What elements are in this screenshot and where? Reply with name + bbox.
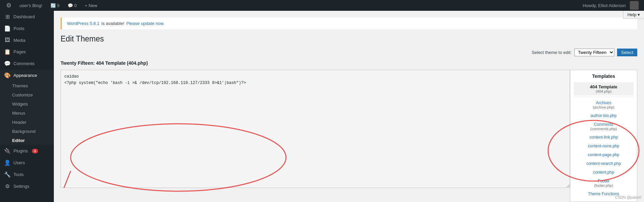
main-content: WordPress 5.8.1 is available! Please upd… [54,11,644,202]
pages-label: Pages [13,49,26,54]
template-divider-1 [574,97,634,97]
wp-wrap: ⊞ Dashboard 📄 Posts 🖼 Media 📋 Pages 💬 Co… [0,0,644,202]
appearance-label: Appearance [13,73,37,78]
file-heading: Twenty Fifteen: 404 Template (404.php) [61,60,637,66]
submenu-item-themes[interactable]: Themes [0,81,54,90]
sidebar-item-appearance[interactable]: 🎨 Appearance [0,69,54,81]
media-label: Media [13,38,25,43]
templates-heading: Templates [574,74,634,79]
sidebar-item-users[interactable]: 👤 Users [0,157,54,169]
posts-label: Posts [13,26,25,31]
template-item-archives[interactable]: Archives (archive.php) [574,98,634,111]
dashboard-label: Dashboard [13,14,35,19]
tools-label: Tools [13,172,24,177]
sidebar-item-pages[interactable]: 📋 Pages [0,46,54,58]
new-content-label: + New [85,3,97,8]
template-item-comments[interactable]: Comments (comments.php) [574,120,634,133]
theme-select-dropdown[interactable]: Twenty Fifteen [574,49,614,56]
admin-bar: ⚙ user's Blog! 🔄 9 💬 0 + New Howdy, Elli… [0,0,644,11]
template-footer-file: (footer.php) [575,183,632,187]
updates-item[interactable]: 🔄 9 [47,0,63,11]
templates-sidebar: Templates 404 Template (404.php) Archive… [570,70,637,202]
sidebar-item-tools[interactable]: 🔧 Tools [0,169,54,180]
sidebar-item-plugins[interactable]: 🔌 Plugins 4 [0,145,54,157]
comments-item[interactable]: 💬 0 [64,0,80,11]
template-content-none-link[interactable]: content-none.php [588,144,619,148]
template-content-link-link[interactable]: content-link.php [589,135,618,140]
template-active-file: (404.php) [575,89,632,93]
wp-logo-item[interactable]: ⚙ [3,0,15,11]
media-icon: 🖼 [4,37,11,43]
sidebar-item-settings[interactable]: ⚙ Settings [0,180,54,192]
template-content-page-link[interactable]: content-page.php [588,152,619,157]
sidebar-item-media[interactable]: 🖼 Media [0,34,54,46]
submenu-item-editor[interactable]: Editor [0,136,54,145]
template-comments-file: (comments.php) [575,127,632,131]
help-label: Help ▾ [628,12,640,17]
submenu-item-background[interactable]: Background [0,127,54,136]
editor-header: Twenty Fifteen: 404 Template (404.php) [61,60,637,66]
template-archives-link[interactable]: Archives [596,100,611,105]
adminbar-right: Howdy, Elliot Alderson [580,1,641,10]
comments-menu-icon: 💬 [4,60,11,67]
template-item-footer[interactable]: Footer (footer.php) [574,177,634,190]
help-tab[interactable]: Help ▾ [623,11,644,19]
template-content-link[interactable]: content.php [593,170,614,175]
submenu-item-customize[interactable]: Customize [0,90,54,99]
template-comments-link[interactable]: Comments [594,122,613,127]
select-theme-button[interactable]: Select [617,49,637,56]
sidebar-item-posts[interactable]: 📄 Posts [0,23,54,34]
template-author-bio-link[interactable]: author-bio.php [591,113,616,118]
admin-menu: ⊞ Dashboard 📄 Posts 🖼 Media 📋 Pages 💬 Co… [0,11,54,202]
template-item-theme-functions[interactable]: Theme Functions [574,190,634,198]
users-icon: 👤 [4,160,11,166]
template-theme-functions-link[interactable]: Theme Functions [588,192,619,196]
settings-label: Settings [13,184,29,189]
howdy-text: Howdy, Elliot Alderson [580,3,629,8]
editor-main [61,70,570,202]
user-avatar[interactable] [630,1,639,10]
template-item-content-none[interactable]: content-none.php [574,142,634,150]
sidebar-item-dashboard[interactable]: ⊞ Dashboard [0,11,54,23]
template-item-content-page[interactable]: content-page.php [574,150,634,159]
new-content-item[interactable]: + New [81,0,101,11]
adminbar-left: ⚙ user's Blog! 🔄 9 💬 0 + New [3,0,101,11]
page-title: Edit Themes [61,34,637,44]
template-footer-link[interactable]: Footer [598,179,610,183]
wpbody-content: WordPress 5.8.1 is available! Please upd… [54,11,644,202]
theme-select-label: Select theme to edit: [532,50,572,55]
page-wrap: Edit Themes Select theme to edit: Twenty… [61,34,637,202]
template-content-search-link[interactable]: content-search.php [586,161,621,166]
dashboard-icon: ⊞ [4,13,11,20]
plugins-badge: 4 [32,149,38,153]
update-link[interactable]: Please update now. [127,21,165,26]
update-notice: WordPress 5.8.1 is available! Please upd… [61,18,637,29]
settings-icon: ⚙ [4,183,11,190]
template-item-content-link[interactable]: content-link.php [574,133,634,142]
comments-icon: 💬 [68,3,73,8]
appearance-submenu: Themes Customize Widgets Menus Header Ba… [0,81,54,145]
template-item-author-bio[interactable]: author-bio.php [574,111,634,120]
site-name-item[interactable]: user's Blog! [16,0,46,11]
template-active-name: 404 Template [575,84,632,89]
submenu-item-menus[interactable]: Menus [0,109,54,118]
sidebar-item-comments[interactable]: 💬 Comments [0,58,54,69]
wp-logo-icon: ⚙ [6,2,11,9]
file-editor-container: Templates 404 Template (404.php) Archive… [61,70,637,202]
site-name-text: user's Blog! [20,3,42,8]
plugins-icon: 🔌 [4,148,11,154]
notice-text: is available! [102,21,124,26]
posts-icon: 📄 [4,25,11,32]
submenu-item-header[interactable]: Header [0,118,54,127]
template-archives-file: (archive.php) [575,105,632,109]
template-item-content-search[interactable]: content-search.php [574,159,634,168]
template-item-active[interactable]: 404 Template (404.php) [574,82,634,95]
template-item-content[interactable]: content.php [574,168,634,177]
updates-count: 9 [57,3,60,8]
comments-count: 0 [74,3,77,8]
comments-menu-label: Comments [13,61,35,66]
updates-icon: 🔄 [50,3,56,8]
code-editor[interactable] [61,70,570,188]
version-link[interactable]: WordPress 5.8.1 [67,21,100,26]
submenu-item-widgets[interactable]: Widgets [0,99,54,109]
